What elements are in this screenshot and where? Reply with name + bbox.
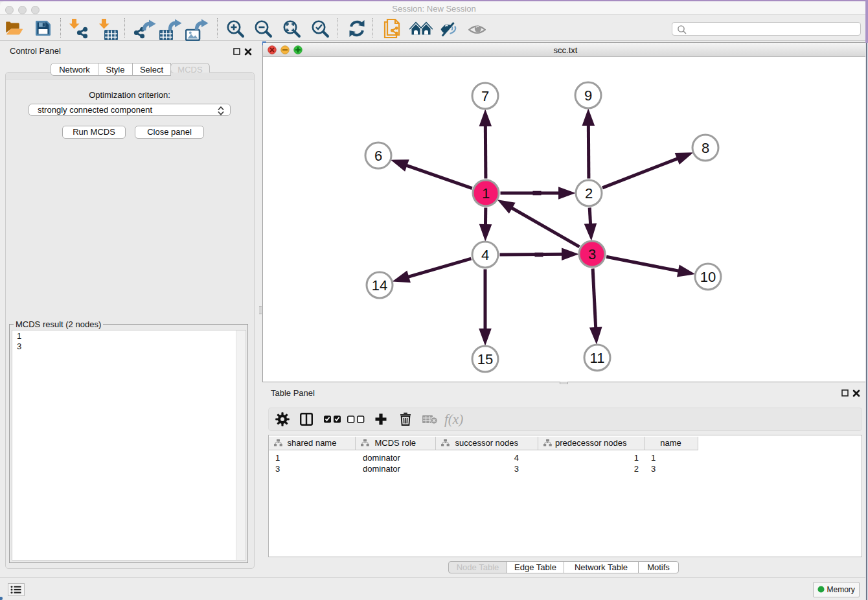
svg-text:9: 9 [584, 87, 592, 104]
svg-text:11: 11 [590, 350, 605, 366]
svg-text:6: 6 [374, 148, 382, 164]
svg-text:4: 4 [481, 247, 489, 263]
svg-text:3: 3 [588, 246, 596, 262]
svg-text:1: 1 [482, 185, 490, 202]
svg-text:8: 8 [702, 140, 709, 156]
svg-text:15: 15 [477, 351, 493, 367]
svg-text:2: 2 [585, 185, 593, 202]
svg-text:7: 7 [481, 88, 489, 104]
svg-text:14: 14 [372, 277, 387, 294]
svg-text:10: 10 [700, 269, 716, 285]
